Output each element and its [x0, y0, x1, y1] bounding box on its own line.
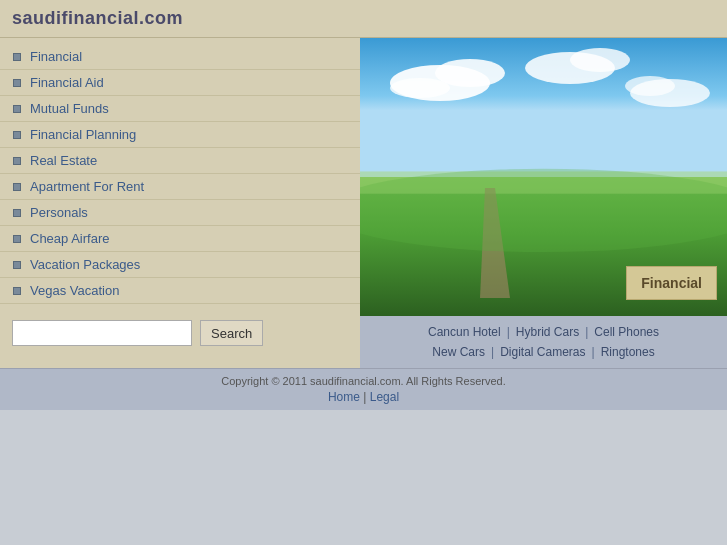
footer-links: Home | Legal — [6, 390, 721, 404]
nav-bullet-icon — [10, 232, 24, 246]
links-row-2: New Cars | Digital Cameras | Ringtones — [370, 342, 717, 362]
nav-bullet-icon — [10, 258, 24, 272]
link-cancun-hotel[interactable]: Cancun Hotel — [428, 325, 501, 339]
sidebar-item-label: Real Estate — [30, 153, 97, 168]
svg-point-9 — [625, 76, 675, 96]
search-input[interactable] — [12, 320, 192, 346]
main-container: FinancialFinancial AidMutual FundsFinanc… — [0, 38, 727, 368]
links-row-1: Cancun Hotel | Hybrid Cars | Cell Phones — [370, 322, 717, 342]
nav-bullet-icon — [10, 284, 24, 298]
nav-bullet-icon — [10, 154, 24, 168]
link-new-cars[interactable]: New Cars — [432, 345, 485, 359]
sidebar-item-label: Cheap Airfare — [30, 231, 110, 246]
sidebar: FinancialFinancial AidMutual FundsFinanc… — [0, 38, 360, 368]
nav-bullet-icon — [10, 206, 24, 220]
sidebar-item-mutual-funds[interactable]: Mutual Funds — [0, 96, 360, 122]
svg-point-5 — [390, 78, 450, 98]
nav-bullet-icon — [10, 50, 24, 64]
separator-4: | — [592, 345, 595, 359]
svg-point-7 — [570, 48, 630, 72]
sidebar-item-financial-aid[interactable]: Financial Aid — [0, 70, 360, 96]
footer-link-home[interactable]: Home — [328, 390, 360, 404]
separator-2: | — [585, 325, 588, 339]
search-area: Search — [0, 304, 360, 362]
sidebar-item-vegas-vacation[interactable]: Vegas Vacation — [0, 278, 360, 304]
footer: Copyright © 2011 saudifinancial.com. All… — [0, 368, 727, 410]
nav-list: FinancialFinancial AidMutual FundsFinanc… — [0, 44, 360, 304]
sidebar-item-label: Vegas Vacation — [30, 283, 119, 298]
landscape-image: Financial — [360, 38, 727, 316]
svg-point-11 — [360, 169, 727, 252]
sidebar-item-label: Financial — [30, 49, 82, 64]
copyright-text: Copyright © 2011 saudifinancial.com. All… — [6, 375, 721, 387]
nav-bullet-icon — [10, 76, 24, 90]
sidebar-item-financial-planning[interactable]: Financial Planning — [0, 122, 360, 148]
nav-bullet-icon — [10, 128, 24, 142]
separator-1: | — [507, 325, 510, 339]
right-panel: Financial Cancun Hotel | Hybrid Cars | C… — [360, 38, 727, 368]
sidebar-item-vacation-packages[interactable]: Vacation Packages — [0, 252, 360, 278]
header: saudifinancial.com — [0, 0, 727, 38]
sidebar-item-cheap-airfare[interactable]: Cheap Airfare — [0, 226, 360, 252]
link-cell-phones[interactable]: Cell Phones — [594, 325, 659, 339]
nav-bullet-icon — [10, 102, 24, 116]
sidebar-item-apartment-for-rent[interactable]: Apartment For Rent — [0, 174, 360, 200]
footer-link-legal[interactable]: Legal — [370, 390, 399, 404]
links-bar: Cancun Hotel | Hybrid Cars | Cell Phones… — [360, 316, 727, 368]
sidebar-item-label: Financial Aid — [30, 75, 104, 90]
sidebar-item-label: Apartment For Rent — [30, 179, 144, 194]
sidebar-item-personals[interactable]: Personals — [0, 200, 360, 226]
sidebar-item-financial[interactable]: Financial — [0, 44, 360, 70]
sidebar-item-label: Financial Planning — [30, 127, 136, 142]
sidebar-item-label: Personals — [30, 205, 88, 220]
nav-bullet-icon — [10, 180, 24, 194]
sidebar-item-real-estate[interactable]: Real Estate — [0, 148, 360, 174]
site-title: saudifinancial.com — [12, 8, 183, 28]
financial-overlay-button[interactable]: Financial — [626, 266, 717, 300]
sidebar-item-label: Mutual Funds — [30, 101, 109, 116]
link-ringtones[interactable]: Ringtones — [601, 345, 655, 359]
link-digital-cameras[interactable]: Digital Cameras — [500, 345, 585, 359]
search-button[interactable]: Search — [200, 320, 263, 346]
link-hybrid-cars[interactable]: Hybrid Cars — [516, 325, 579, 339]
separator-3: | — [491, 345, 494, 359]
sidebar-item-label: Vacation Packages — [30, 257, 140, 272]
